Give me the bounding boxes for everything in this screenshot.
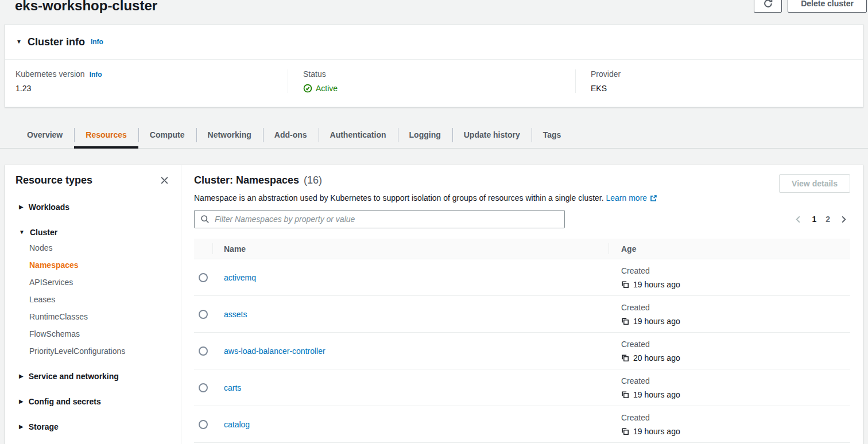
tab-resources[interactable]: Resources bbox=[74, 122, 138, 148]
row-radio[interactable] bbox=[199, 383, 208, 392]
namespace-link[interactable]: aws-load-balancer-controller bbox=[224, 346, 326, 356]
namespaces-content: Cluster: Namespaces (16) Namespace is an… bbox=[181, 165, 863, 444]
caret-down-icon[interactable]: ▼ bbox=[16, 39, 22, 45]
table-row: aws-load-balancer-controller Created 20 … bbox=[194, 333, 850, 369]
close-icon bbox=[160, 176, 169, 185]
tab-authentication[interactable]: Authentication bbox=[319, 122, 398, 148]
learn-more-link[interactable]: Learn more bbox=[606, 193, 658, 202]
sidebar-item-nodes[interactable]: Nodes bbox=[12, 239, 174, 256]
copy-icon[interactable] bbox=[621, 427, 629, 435]
table-header: Name Age bbox=[194, 239, 850, 259]
resource-tree: ▶ Workloads ▼ Cluster Nodes Namespaces A… bbox=[12, 202, 174, 431]
age-value: 19 hours ago bbox=[633, 424, 680, 438]
page-header: eks-workshop-cluster Delete cluster bbox=[0, 0, 868, 24]
created-label: Created bbox=[621, 264, 850, 278]
age-value: 19 hours ago bbox=[633, 314, 680, 328]
tab-networking[interactable]: Networking bbox=[196, 122, 263, 148]
column-header-age: Age bbox=[609, 239, 850, 259]
namespace-link[interactable]: activemq bbox=[224, 273, 256, 282]
external-link-icon bbox=[650, 194, 657, 202]
age-value: 19 hours ago bbox=[633, 388, 680, 402]
status-label: Status bbox=[303, 69, 326, 79]
view-details-button[interactable]: View details bbox=[779, 174, 850, 193]
age-value: 20 hours ago bbox=[633, 351, 680, 365]
filter-namespaces-input[interactable] bbox=[215, 215, 559, 224]
row-radio[interactable] bbox=[199, 420, 208, 429]
kubernetes-version-label: Kubernetes version bbox=[16, 69, 85, 79]
kubernetes-version-value: 1.23 bbox=[16, 84, 273, 93]
namespace-link[interactable]: catalog bbox=[224, 420, 250, 429]
tab-overview[interactable]: Overview bbox=[16, 122, 74, 148]
row-radio[interactable] bbox=[199, 310, 208, 319]
sidebar-item-runtimeclasses[interactable]: RuntimeClasses bbox=[12, 308, 174, 325]
table-row: carts Created 19 hours ago bbox=[194, 369, 850, 406]
column-header-name: Name bbox=[212, 239, 609, 259]
cluster-info-body: Kubernetes version Info 1.23 Status Acti… bbox=[5, 60, 863, 107]
table-description: Namespace is an abstraction used by Kube… bbox=[194, 193, 657, 202]
refresh-button[interactable] bbox=[754, 0, 782, 13]
kubernetes-version-field: Kubernetes version Info 1.23 bbox=[5, 69, 288, 93]
tab-logging[interactable]: Logging bbox=[398, 122, 452, 148]
sidebar-section-service-and-networking[interactable]: ▶ Service and networking bbox=[12, 372, 174, 381]
header-actions: Delete cluster bbox=[754, 0, 867, 13]
cluster-tabs: Overview Resources Compute Networking Ad… bbox=[0, 122, 868, 149]
caret-right-icon: ▶ bbox=[19, 373, 24, 379]
filter-box bbox=[194, 210, 565, 228]
row-radio[interactable] bbox=[199, 346, 208, 356]
caret-down-icon: ▼ bbox=[19, 229, 25, 235]
row-radio[interactable] bbox=[199, 273, 208, 282]
status-field: Status Active bbox=[288, 69, 575, 93]
table-row: activemq Created 19 hours ago bbox=[194, 259, 850, 296]
page-number-2[interactable]: 2 bbox=[826, 215, 830, 224]
table-count: (16) bbox=[304, 174, 322, 186]
age-value: 19 hours ago bbox=[633, 278, 680, 291]
tab-compute[interactable]: Compute bbox=[138, 122, 196, 148]
sidebar-item-flowschemas[interactable]: FlowSchemas bbox=[12, 325, 174, 342]
namespace-link[interactable]: assets bbox=[224, 310, 247, 319]
table-row: catalog Created 19 hours ago bbox=[194, 406, 850, 443]
caret-right-icon: ▶ bbox=[19, 204, 24, 210]
provider-field: Provider EKS bbox=[575, 69, 863, 93]
copy-icon[interactable] bbox=[621, 317, 629, 325]
search-icon bbox=[200, 215, 210, 224]
resource-types-sidebar: Resource types ▶ Workloads ▼ Cluster N bbox=[5, 165, 181, 444]
pagination: 1 2 bbox=[794, 215, 848, 224]
cluster-section-children: Nodes Namespaces APIServices Leases Runt… bbox=[12, 239, 174, 360]
provider-label: Provider bbox=[591, 69, 621, 79]
cluster-info-title: Cluster info bbox=[28, 36, 85, 48]
page-title: eks-workshop-cluster bbox=[15, 0, 157, 13]
sidebar-item-apiservices[interactable]: APIServices bbox=[12, 274, 174, 291]
namespace-link[interactable]: carts bbox=[224, 383, 241, 392]
provider-value: EKS bbox=[591, 84, 848, 93]
namespaces-table: Name Age activemq Created 19 hours ago bbox=[194, 239, 850, 443]
sidebar-section-cluster[interactable]: ▼ Cluster bbox=[12, 228, 174, 237]
copy-icon[interactable] bbox=[621, 354, 629, 362]
cluster-info-panel: ▼ Cluster info Info Kubernetes version I… bbox=[5, 24, 863, 107]
kubernetes-version-info-link[interactable]: Info bbox=[90, 71, 102, 79]
resources-panel: Resource types ▶ Workloads ▼ Cluster N bbox=[5, 165, 863, 444]
sidebar-item-prioritylevelconfigurations[interactable]: PriorityLevelConfigurations bbox=[12, 342, 174, 360]
table-title: Cluster: Namespaces bbox=[194, 174, 299, 186]
copy-icon[interactable] bbox=[621, 391, 629, 399]
sidebar-close-button[interactable] bbox=[158, 174, 170, 186]
refresh-icon bbox=[763, 0, 773, 9]
sidebar-title: Resource types bbox=[16, 174, 92, 186]
tab-tags[interactable]: Tags bbox=[532, 122, 573, 148]
cluster-info-header[interactable]: ▼ Cluster info Info bbox=[5, 25, 863, 60]
delete-cluster-button[interactable]: Delete cluster bbox=[788, 0, 867, 13]
sidebar-section-workloads[interactable]: ▶ Workloads bbox=[12, 202, 174, 212]
created-label: Created bbox=[621, 301, 850, 314]
copy-icon[interactable] bbox=[621, 281, 629, 289]
page-number-1[interactable]: 1 bbox=[812, 215, 816, 224]
previous-page-icon[interactable] bbox=[794, 215, 803, 224]
tab-update-history[interactable]: Update history bbox=[452, 122, 532, 148]
next-page-icon[interactable] bbox=[839, 215, 848, 224]
sidebar-item-namespaces[interactable]: Namespaces bbox=[12, 256, 174, 274]
cluster-info-info-link[interactable]: Info bbox=[91, 38, 103, 46]
created-label: Created bbox=[621, 337, 850, 351]
sidebar-item-leases[interactable]: Leases bbox=[12, 291, 174, 308]
sidebar-section-config-and-secrets[interactable]: ▶ Config and secrets bbox=[12, 397, 174, 406]
tab-add-ons[interactable]: Add-ons bbox=[263, 122, 319, 148]
status-value: Active bbox=[316, 84, 338, 93]
sidebar-section-storage[interactable]: ▶ Storage bbox=[12, 422, 174, 431]
